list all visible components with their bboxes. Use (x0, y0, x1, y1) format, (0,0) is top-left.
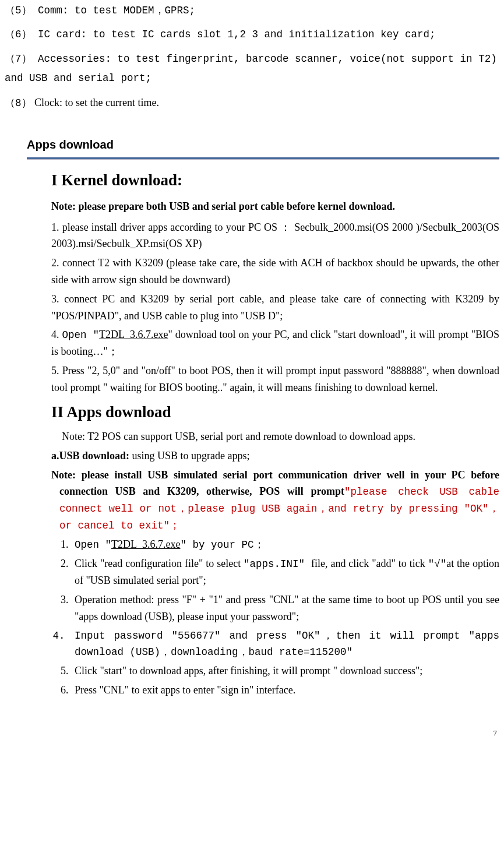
usb-download-line: a.USB download: using USB to upgrade app… (51, 448, 499, 464)
li2-a: Click "read configuration file" to selec… (75, 558, 241, 569)
note-usb-driver: Note: please install USB simulated seria… (59, 467, 499, 534)
note-kernel: Note: please prepare both USB and serial… (51, 196, 499, 216)
step-4: 4. Open "T2DL_3.6.7.exe" download tool o… (51, 326, 499, 360)
usb-download-desc: using USB to upgrade apps; (129, 450, 250, 462)
step-5: 5. Press "2, 5,0" and "on/off" to boot P… (51, 362, 499, 396)
li2-b: "apps.INI" (244, 558, 311, 570)
top-line-8-num: （8） (5, 97, 32, 109)
section-divider (27, 157, 499, 160)
list-item: Operation method: press "F" + "1" and pr… (71, 591, 499, 625)
usb-download-label: a.USB download: (51, 450, 129, 462)
step-4-open: Open " (62, 329, 98, 341)
li2-check: "√" (428, 558, 447, 570)
step-3: 3. connect PC and K3209 by serial port c… (51, 291, 499, 325)
li1-tail: " by your PC； (180, 539, 264, 551)
top-line-8-text: Clock: to set the current time. (32, 97, 159, 108)
step-1: 1. please install driver apps according … (51, 219, 499, 253)
step-2: 2. connect T2 with K3209 (please take ca… (51, 255, 499, 288)
list-item: Click "read configuration file" to selec… (71, 555, 499, 589)
top-line-8: （8） Clock: to set the current time. (5, 93, 499, 113)
top-line-7: （7） Accessories: to test fingerprint, ba… (5, 50, 499, 89)
list-item: Open "T2DL_3.6.7.exe" by your PC； (71, 536, 499, 553)
li1-open: Open " (75, 539, 111, 551)
li1-filename: T2DL_3.6.7.exe (111, 538, 180, 550)
note-apps: Note: T2 POS can support USB, serial por… (51, 428, 499, 445)
heading-kernel-download: I Kernel download: (51, 168, 499, 193)
usb-steps-list: Open "T2DL_3.6.7.exe" by your PC； Click … (51, 536, 499, 698)
li2-c: file, and click "add" to tick (311, 558, 428, 569)
list-item: Input password "556677" and press "OK"，t… (71, 628, 499, 660)
list-item: Press "CNL" to exit apps to enter "sign … (71, 682, 499, 699)
top-line-5: （5） Comm: to test MODEM，GPRS; (5, 1, 499, 20)
section-header: Apps download (27, 135, 499, 154)
step-4-num: 4. (51, 329, 62, 340)
list-item: Click "start" to download apps, after fi… (71, 663, 499, 679)
page-number: 7 (5, 727, 499, 739)
step-4-filename: T2DL_3.6.7.exe (99, 329, 168, 340)
top-line-6: （6） IC card: to test IC cards slot 1,2 3… (5, 25, 499, 44)
heading-apps-download: II Apps download (51, 400, 499, 425)
